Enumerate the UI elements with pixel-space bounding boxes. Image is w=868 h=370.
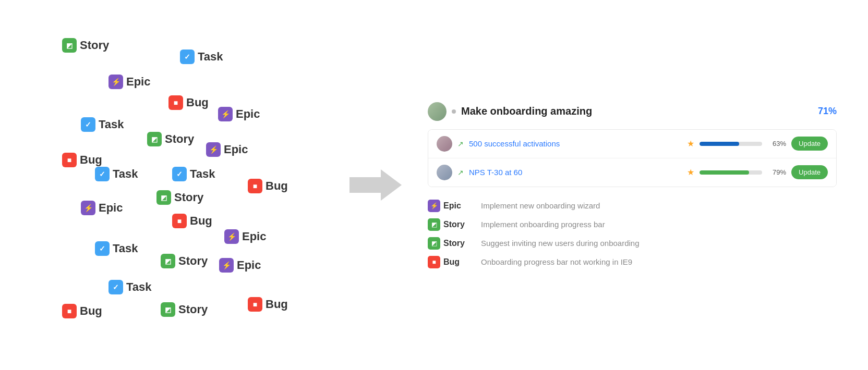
- left-item-12: ⚡Epic: [81, 201, 123, 215]
- kr1-progress-fill: [700, 142, 739, 146]
- left-item-15: ⚡Epic: [224, 229, 266, 244]
- story-badge-icon-1: ◩: [428, 218, 440, 231]
- bug-icon-21: ■: [62, 304, 77, 318]
- story-icon-20: ◩: [161, 302, 175, 317]
- left-item-label-16: Task: [113, 242, 138, 255]
- objective-dot: [452, 109, 456, 114]
- left-item-label-4: Epic: [236, 107, 260, 121]
- left-item-label-13: Story: [174, 191, 203, 204]
- left-item-10: ✓Task: [172, 167, 215, 181]
- objective-title: Make onboarding amazing: [461, 105, 813, 117]
- task-icon-10: ✓: [172, 167, 187, 181]
- task-icon-5: ✓: [81, 117, 95, 132]
- left-item-5: ✓Task: [81, 117, 124, 132]
- left-item-1: ✓Task: [180, 50, 223, 64]
- main-container: ◩Story✓Task⚡Epic■Bug⚡Epic✓Task◩Story⚡Epi…: [0, 0, 868, 370]
- work-item-row-3: ■BugOnboarding progress bar not working …: [428, 256, 837, 268]
- work-items-list: ⚡EpicImplement new onboarding wizard◩Sto…: [428, 200, 837, 268]
- kr1-update-button[interactable]: Update: [791, 137, 828, 151]
- left-panel: ◩Story✓Task⚡Epic■Bug⚡Epic✓Task◩Story⚡Epi…: [31, 13, 334, 357]
- epic-icon-12: ⚡: [81, 201, 95, 215]
- left-item-4: ⚡Epic: [218, 107, 260, 121]
- left-item-16: ✓Task: [95, 241, 138, 256]
- left-item-2: ⚡Epic: [108, 75, 150, 89]
- task-icon-16: ✓: [95, 241, 110, 256]
- work-item-desc-2: Suggest inviting new users during onboar…: [481, 239, 640, 248]
- left-item-label-17: Story: [178, 254, 208, 268]
- work-item-row-1: ◩StoryImplement onboarding progress bar: [428, 218, 837, 231]
- task-icon-1: ✓: [180, 50, 195, 64]
- bug-icon-14: ■: [172, 214, 187, 228]
- work-item-desc-1: Implement onboarding progress bar: [481, 220, 605, 229]
- left-item-label-8: Bug: [80, 153, 102, 167]
- arrow-icon: [349, 169, 402, 201]
- left-item-9: ✓Task: [95, 167, 138, 181]
- epic-icon-18: ⚡: [219, 258, 234, 273]
- key-results-list: ↗ 500 successful activations ★ 63% Updat…: [428, 129, 837, 187]
- left-item-14: ■Bug: [172, 214, 212, 228]
- left-item-label-1: Task: [198, 50, 223, 64]
- kr-row-1: ↗ 500 successful activations ★ 63% Updat…: [428, 130, 836, 158]
- kr1-trend-icon: ↗: [457, 140, 464, 148]
- story-icon-17: ◩: [161, 254, 175, 268]
- work-item-type-2: Story: [443, 239, 465, 248]
- story-icon-13: ◩: [156, 190, 171, 205]
- left-item-17: ◩Story: [161, 254, 208, 268]
- left-item-label-6: Story: [165, 132, 194, 146]
- kr2-avatar: [437, 165, 452, 180]
- left-item-label-5: Task: [99, 118, 124, 131]
- left-item-3: ■Bug: [168, 95, 209, 110]
- left-item-label-21: Bug: [80, 304, 102, 318]
- kr2-link[interactable]: NPS T-30 at 60: [469, 168, 682, 177]
- left-item-6: ◩Story: [147, 132, 194, 146]
- epic-icon-7: ⚡: [206, 142, 221, 157]
- left-item-label-19: Task: [126, 280, 152, 294]
- bug-icon-3: ■: [168, 95, 183, 110]
- left-item-0: ◩Story: [62, 38, 109, 53]
- left-item-label-11: Bug: [266, 179, 288, 193]
- kr2-progress-bar: [700, 170, 762, 175]
- kr2-update-button[interactable]: Update: [791, 165, 828, 179]
- bug-icon-8: ■: [62, 153, 77, 167]
- work-item-type-0: Epic: [443, 201, 461, 211]
- left-item-20: ◩Story: [161, 302, 208, 317]
- svg-marker-0: [349, 169, 402, 201]
- left-item-label-14: Bug: [190, 214, 212, 228]
- kr1-link[interactable]: 500 successful activations: [469, 139, 682, 148]
- objective-percent: 71%: [818, 106, 837, 117]
- objective-avatar: [428, 102, 447, 121]
- story-badge-icon-2: ◩: [428, 237, 440, 250]
- epic-icon-2: ⚡: [108, 75, 123, 89]
- left-item-label-7: Epic: [224, 143, 248, 156]
- left-item-label-10: Task: [190, 167, 215, 181]
- left-item-8: ■Bug: [62, 153, 102, 167]
- kr1-progress-bar: [700, 142, 762, 146]
- work-item-desc-0: Implement new onboarding wizard: [481, 201, 600, 210]
- kr2-star-icon: ★: [687, 167, 694, 177]
- story-icon-6: ◩: [147, 132, 162, 146]
- right-panel: Make onboarding amazing 71% ↗ 500 succes…: [417, 102, 837, 268]
- work-item-row-2: ◩StorySuggest inviting new users during …: [428, 237, 837, 250]
- arrow-container: [334, 169, 417, 201]
- task-icon-19: ✓: [108, 280, 123, 294]
- epic-icon-4: ⚡: [218, 107, 233, 121]
- objective-row: Make onboarding amazing 71%: [428, 102, 837, 121]
- left-item-11: ■Bug: [248, 179, 288, 193]
- left-item-label-18: Epic: [237, 258, 261, 272]
- kr-row-2: ↗ NPS T-30 at 60 ★ 79% Update: [428, 158, 836, 187]
- epic-icon-15: ⚡: [224, 229, 239, 244]
- work-item-row-0: ⚡EpicImplement new onboarding wizard: [428, 200, 837, 212]
- left-item-label-0: Story: [80, 39, 109, 52]
- kr1-avatar: [437, 136, 452, 152]
- kr2-progress-pct: 79%: [767, 168, 786, 176]
- work-item-type-3: Bug: [443, 257, 460, 267]
- left-item-label-15: Epic: [242, 230, 266, 243]
- left-item-label-3: Bug: [186, 96, 209, 109]
- left-item-13: ◩Story: [156, 190, 203, 205]
- bug-badge-icon-3: ■: [428, 256, 440, 268]
- left-item-22: ■Bug: [248, 297, 288, 312]
- work-item-type-1: Story: [443, 220, 465, 229]
- bug-icon-22: ■: [248, 297, 262, 312]
- work-item-desc-3: Onboarding progress bar not working in I…: [481, 257, 632, 266]
- left-item-label-22: Bug: [266, 298, 288, 311]
